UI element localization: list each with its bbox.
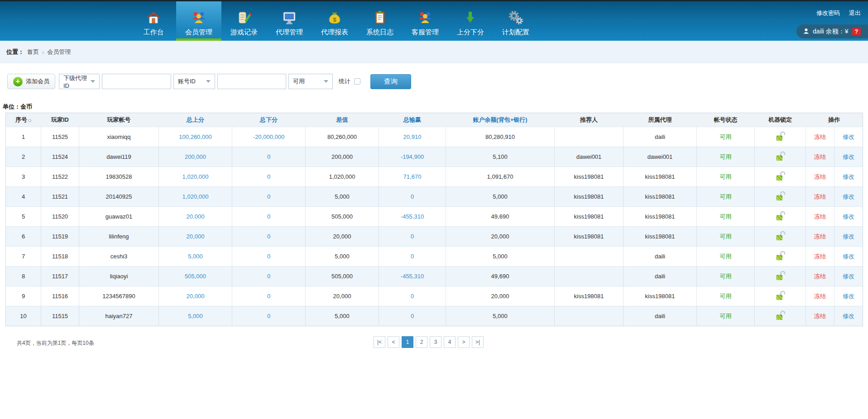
breadcrumb-home-link[interactable]: 首页 (27, 48, 39, 56)
nav-item-game-records[interactable]: 游戏记录 (221, 1, 267, 41)
page-last-button[interactable]: >| (472, 336, 484, 348)
modify-link[interactable]: 修改 (834, 247, 863, 266)
freeze-link[interactable]: 冻结 (806, 187, 834, 206)
lock-open-icon[interactable] (776, 251, 785, 262)
freeze-link[interactable]: 冻结 (806, 247, 834, 266)
header-win-loss[interactable]: 总输赢 (379, 113, 446, 127)
page-1-button[interactable]: 1 (402, 336, 413, 348)
change-password-link[interactable]: 修改密码 (816, 9, 840, 17)
header-no[interactable]: 序号◇ (6, 113, 41, 127)
page-first-button[interactable]: |< (374, 336, 385, 348)
account-id-select[interactable]: 账号ID (173, 74, 215, 89)
account-balance-pill[interactable]: daili 余额：¥ ? (796, 24, 868, 38)
page-next-button[interactable]: > (458, 336, 470, 348)
cell-total-up[interactable]: 200,000 (159, 147, 232, 167)
cell-win-loss[interactable]: 0 (379, 187, 446, 207)
nav-item-system-logs[interactable]: 系统日志 (357, 1, 403, 41)
cell-total-up[interactable]: 1,020,000 (159, 167, 232, 187)
header-total-down[interactable]: 总下分 (232, 113, 306, 127)
nav-item-customer-service[interactable]: 客服管理 (403, 1, 448, 41)
cell-total-down[interactable]: 0 (232, 227, 306, 247)
freeze-link[interactable]: 冻结 (806, 286, 834, 306)
header-diff[interactable]: 差值 (306, 113, 379, 127)
cell-total-up[interactable]: 20,000 (159, 227, 232, 247)
account-id-input[interactable] (217, 74, 286, 89)
cell-total-down[interactable]: 0 (232, 187, 306, 207)
freeze-link[interactable]: 冻结 (806, 147, 834, 167)
lock-open-icon[interactable] (776, 290, 785, 302)
lock-open-icon[interactable] (776, 151, 785, 163)
cell-win-loss[interactable]: 0 (379, 247, 446, 267)
lock-open-icon[interactable] (776, 131, 785, 143)
header-agent: 所属代理 (623, 113, 697, 127)
sub-agent-id-input[interactable] (102, 74, 171, 89)
nav-label: 上分下分 (457, 28, 484, 37)
cell-win-loss[interactable]: 0 (379, 286, 446, 306)
page-4-button[interactable]: 4 (444, 336, 456, 348)
cell-agent: kiss198081 (623, 227, 697, 247)
cell-total-up[interactable]: 5,000 (159, 306, 232, 326)
modify-link[interactable]: 修改 (834, 306, 863, 326)
modify-link[interactable]: 修改 (834, 267, 863, 286)
modify-link[interactable]: 修改 (834, 167, 863, 186)
stats-checkbox[interactable] (354, 78, 360, 85)
cell-win-loss[interactable]: -455,310 (379, 207, 446, 227)
cell-total-down[interactable]: 0 (232, 267, 306, 286)
lock-open-icon[interactable] (776, 271, 785, 282)
lock-open-icon[interactable] (776, 310, 785, 322)
nav-item-workbench[interactable]: 工作台 (131, 1, 176, 41)
lock-open-icon[interactable] (776, 171, 785, 183)
cell-total-down[interactable]: 0 (232, 286, 306, 306)
add-member-button[interactable]: + 添加会员 (7, 74, 55, 89)
cell-total-down[interactable]: 0 (232, 207, 306, 227)
nav-item-agent-reports[interactable]: $ 代理报表 (312, 1, 357, 41)
balance-hidden-badge[interactable]: ? (852, 28, 861, 35)
modify-link[interactable]: 修改 (834, 227, 863, 246)
freeze-link[interactable]: 冻结 (806, 227, 834, 246)
modify-link[interactable]: 修改 (834, 147, 863, 167)
header-total-up[interactable]: 总上分 (159, 113, 232, 127)
nav-item-agent-management[interactable]: 代理管理 (267, 1, 312, 41)
freeze-link[interactable]: 冻结 (806, 207, 834, 226)
nav-item-plan-config[interactable]: 计划配置 (493, 1, 538, 41)
sub-agent-id-select[interactable]: 下级代理ID (59, 74, 100, 89)
cell-total-up[interactable]: 505,000 (159, 267, 232, 286)
cell-total-down[interactable]: 0 (232, 247, 306, 267)
modify-link[interactable]: 修改 (834, 127, 863, 147)
freeze-link[interactable]: 冻结 (806, 127, 834, 147)
page-prev-button[interactable]: < (388, 336, 399, 348)
cell-total-up[interactable]: 1,020,000 (159, 187, 232, 207)
cell-win-loss[interactable]: 71,670 (379, 167, 446, 187)
nav-item-points-transfer[interactable]: 上分下分 (448, 1, 493, 41)
cell-total-down[interactable]: -20,000,000 (232, 127, 306, 147)
freeze-link[interactable]: 冻结 (806, 267, 834, 286)
page-3-button[interactable]: 3 (430, 336, 441, 348)
page-2-button[interactable]: 2 (416, 336, 427, 348)
modify-link[interactable]: 修改 (834, 187, 863, 206)
cell-total-up[interactable]: 5,000 (159, 247, 232, 267)
freeze-link[interactable]: 冻结 (806, 167, 834, 186)
cell-win-loss[interactable]: 0 (379, 227, 446, 247)
cell-total-down[interactable]: 0 (232, 306, 306, 326)
modify-link[interactable]: 修改 (834, 207, 863, 226)
cell-total-up[interactable]: 20,000 (159, 207, 232, 227)
cell-total-down[interactable]: 0 (232, 147, 306, 167)
cell-total-up[interactable]: 100,260,000 (159, 127, 232, 147)
header-balance[interactable]: 账户余额(背包+银行) (446, 113, 555, 127)
freeze-link[interactable]: 冻结 (806, 306, 834, 326)
status-select[interactable]: 可用 (288, 74, 333, 89)
cell-status: 可用 (697, 267, 755, 286)
cell-win-loss[interactable]: -455,310 (379, 267, 446, 286)
cell-total-down[interactable]: 0 (232, 167, 306, 187)
lock-open-icon[interactable] (776, 231, 785, 243)
modify-link[interactable]: 修改 (834, 286, 863, 306)
logout-link[interactable]: 退出 (849, 9, 861, 17)
nav-item-members[interactable]: 会员管理 (176, 1, 221, 41)
lock-open-icon[interactable] (776, 191, 785, 203)
cell-win-loss[interactable]: -194,900 (379, 147, 446, 167)
cell-total-up[interactable]: 20,000 (159, 286, 232, 306)
cell-win-loss[interactable]: 0 (379, 306, 446, 326)
query-button[interactable]: 查询 (370, 74, 411, 89)
lock-open-icon[interactable] (776, 211, 785, 223)
cell-win-loss[interactable]: 20,910 (379, 127, 446, 147)
